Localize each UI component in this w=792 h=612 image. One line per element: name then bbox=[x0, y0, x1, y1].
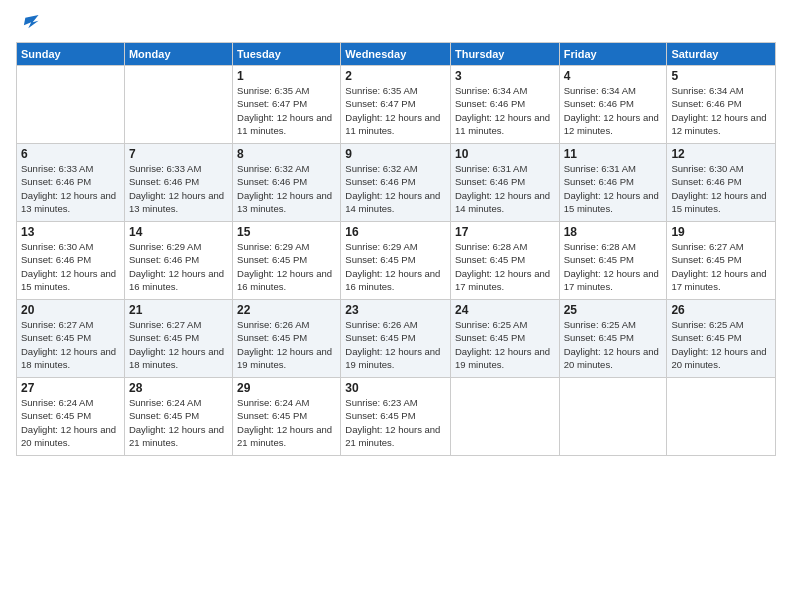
day-number: 29 bbox=[237, 381, 336, 395]
svg-marker-0 bbox=[24, 15, 39, 28]
day-number: 12 bbox=[671, 147, 771, 161]
day-number: 20 bbox=[21, 303, 120, 317]
calendar-cell: 9Sunrise: 6:32 AM Sunset: 6:46 PM Daylig… bbox=[341, 144, 451, 222]
calendar-cell: 17Sunrise: 6:28 AM Sunset: 6:45 PM Dayli… bbox=[450, 222, 559, 300]
day-number: 7 bbox=[129, 147, 228, 161]
day-info: Sunrise: 6:29 AM Sunset: 6:45 PM Dayligh… bbox=[237, 240, 336, 293]
day-number: 19 bbox=[671, 225, 771, 239]
day-info: Sunrise: 6:27 AM Sunset: 6:45 PM Dayligh… bbox=[129, 318, 228, 371]
day-info: Sunrise: 6:34 AM Sunset: 6:46 PM Dayligh… bbox=[455, 84, 555, 137]
day-number: 14 bbox=[129, 225, 228, 239]
calendar-cell: 10Sunrise: 6:31 AM Sunset: 6:46 PM Dayli… bbox=[450, 144, 559, 222]
week-row-4: 20Sunrise: 6:27 AM Sunset: 6:45 PM Dayli… bbox=[17, 300, 776, 378]
day-info: Sunrise: 6:33 AM Sunset: 6:46 PM Dayligh… bbox=[21, 162, 120, 215]
day-info: Sunrise: 6:30 AM Sunset: 6:46 PM Dayligh… bbox=[21, 240, 120, 293]
calendar-cell: 21Sunrise: 6:27 AM Sunset: 6:45 PM Dayli… bbox=[124, 300, 232, 378]
day-info: Sunrise: 6:32 AM Sunset: 6:46 PM Dayligh… bbox=[345, 162, 446, 215]
day-number: 25 bbox=[564, 303, 663, 317]
day-number: 13 bbox=[21, 225, 120, 239]
day-info: Sunrise: 6:24 AM Sunset: 6:45 PM Dayligh… bbox=[21, 396, 120, 449]
calendar-cell: 7Sunrise: 6:33 AM Sunset: 6:46 PM Daylig… bbox=[124, 144, 232, 222]
day-info: Sunrise: 6:31 AM Sunset: 6:46 PM Dayligh… bbox=[455, 162, 555, 215]
day-number: 30 bbox=[345, 381, 446, 395]
weekday-header-wednesday: Wednesday bbox=[341, 43, 451, 66]
calendar-cell bbox=[17, 66, 125, 144]
calendar-cell: 23Sunrise: 6:26 AM Sunset: 6:45 PM Dayli… bbox=[341, 300, 451, 378]
day-number: 15 bbox=[237, 225, 336, 239]
calendar-cell: 13Sunrise: 6:30 AM Sunset: 6:46 PM Dayli… bbox=[17, 222, 125, 300]
day-info: Sunrise: 6:34 AM Sunset: 6:46 PM Dayligh… bbox=[564, 84, 663, 137]
weekday-header-row: SundayMondayTuesdayWednesdayThursdayFrid… bbox=[17, 43, 776, 66]
calendar-cell: 27Sunrise: 6:24 AM Sunset: 6:45 PM Dayli… bbox=[17, 378, 125, 456]
calendar-cell: 8Sunrise: 6:32 AM Sunset: 6:46 PM Daylig… bbox=[233, 144, 341, 222]
calendar-cell: 16Sunrise: 6:29 AM Sunset: 6:45 PM Dayli… bbox=[341, 222, 451, 300]
day-info: Sunrise: 6:28 AM Sunset: 6:45 PM Dayligh… bbox=[455, 240, 555, 293]
weekday-header-thursday: Thursday bbox=[450, 43, 559, 66]
day-info: Sunrise: 6:25 AM Sunset: 6:45 PM Dayligh… bbox=[671, 318, 771, 371]
calendar-cell bbox=[667, 378, 776, 456]
day-info: Sunrise: 6:24 AM Sunset: 6:45 PM Dayligh… bbox=[129, 396, 228, 449]
calendar-cell bbox=[559, 378, 667, 456]
calendar: SundayMondayTuesdayWednesdayThursdayFrid… bbox=[16, 42, 776, 456]
calendar-cell: 26Sunrise: 6:25 AM Sunset: 6:45 PM Dayli… bbox=[667, 300, 776, 378]
day-number: 21 bbox=[129, 303, 228, 317]
week-row-2: 6Sunrise: 6:33 AM Sunset: 6:46 PM Daylig… bbox=[17, 144, 776, 222]
week-row-1: 1Sunrise: 6:35 AM Sunset: 6:47 PM Daylig… bbox=[17, 66, 776, 144]
day-info: Sunrise: 6:29 AM Sunset: 6:45 PM Dayligh… bbox=[345, 240, 446, 293]
calendar-cell: 4Sunrise: 6:34 AM Sunset: 6:46 PM Daylig… bbox=[559, 66, 667, 144]
weekday-header-saturday: Saturday bbox=[667, 43, 776, 66]
day-number: 27 bbox=[21, 381, 120, 395]
calendar-cell: 19Sunrise: 6:27 AM Sunset: 6:45 PM Dayli… bbox=[667, 222, 776, 300]
day-number: 18 bbox=[564, 225, 663, 239]
weekday-header-tuesday: Tuesday bbox=[233, 43, 341, 66]
calendar-cell: 2Sunrise: 6:35 AM Sunset: 6:47 PM Daylig… bbox=[341, 66, 451, 144]
day-info: Sunrise: 6:26 AM Sunset: 6:45 PM Dayligh… bbox=[345, 318, 446, 371]
calendar-cell: 25Sunrise: 6:25 AM Sunset: 6:45 PM Dayli… bbox=[559, 300, 667, 378]
day-number: 23 bbox=[345, 303, 446, 317]
calendar-cell: 3Sunrise: 6:34 AM Sunset: 6:46 PM Daylig… bbox=[450, 66, 559, 144]
day-info: Sunrise: 6:35 AM Sunset: 6:47 PM Dayligh… bbox=[237, 84, 336, 137]
day-info: Sunrise: 6:33 AM Sunset: 6:46 PM Dayligh… bbox=[129, 162, 228, 215]
day-number: 5 bbox=[671, 69, 771, 83]
week-row-3: 13Sunrise: 6:30 AM Sunset: 6:46 PM Dayli… bbox=[17, 222, 776, 300]
day-number: 11 bbox=[564, 147, 663, 161]
logo bbox=[16, 12, 40, 34]
calendar-cell: 18Sunrise: 6:28 AM Sunset: 6:45 PM Dayli… bbox=[559, 222, 667, 300]
day-info: Sunrise: 6:30 AM Sunset: 6:46 PM Dayligh… bbox=[671, 162, 771, 215]
day-number: 2 bbox=[345, 69, 446, 83]
day-info: Sunrise: 6:23 AM Sunset: 6:45 PM Dayligh… bbox=[345, 396, 446, 449]
page: SundayMondayTuesdayWednesdayThursdayFrid… bbox=[0, 0, 792, 612]
calendar-cell: 28Sunrise: 6:24 AM Sunset: 6:45 PM Dayli… bbox=[124, 378, 232, 456]
day-info: Sunrise: 6:25 AM Sunset: 6:45 PM Dayligh… bbox=[455, 318, 555, 371]
calendar-cell: 29Sunrise: 6:24 AM Sunset: 6:45 PM Dayli… bbox=[233, 378, 341, 456]
weekday-header-friday: Friday bbox=[559, 43, 667, 66]
calendar-cell: 22Sunrise: 6:26 AM Sunset: 6:45 PM Dayli… bbox=[233, 300, 341, 378]
day-number: 17 bbox=[455, 225, 555, 239]
day-info: Sunrise: 6:24 AM Sunset: 6:45 PM Dayligh… bbox=[237, 396, 336, 449]
day-number: 8 bbox=[237, 147, 336, 161]
day-info: Sunrise: 6:25 AM Sunset: 6:45 PM Dayligh… bbox=[564, 318, 663, 371]
day-info: Sunrise: 6:32 AM Sunset: 6:46 PM Dayligh… bbox=[237, 162, 336, 215]
calendar-cell: 30Sunrise: 6:23 AM Sunset: 6:45 PM Dayli… bbox=[341, 378, 451, 456]
day-info: Sunrise: 6:31 AM Sunset: 6:46 PM Dayligh… bbox=[564, 162, 663, 215]
day-number: 22 bbox=[237, 303, 336, 317]
day-number: 28 bbox=[129, 381, 228, 395]
calendar-cell: 24Sunrise: 6:25 AM Sunset: 6:45 PM Dayli… bbox=[450, 300, 559, 378]
day-info: Sunrise: 6:26 AM Sunset: 6:45 PM Dayligh… bbox=[237, 318, 336, 371]
day-number: 16 bbox=[345, 225, 446, 239]
day-info: Sunrise: 6:29 AM Sunset: 6:46 PM Dayligh… bbox=[129, 240, 228, 293]
day-number: 3 bbox=[455, 69, 555, 83]
calendar-cell: 1Sunrise: 6:35 AM Sunset: 6:47 PM Daylig… bbox=[233, 66, 341, 144]
calendar-cell: 12Sunrise: 6:30 AM Sunset: 6:46 PM Dayli… bbox=[667, 144, 776, 222]
calendar-cell: 5Sunrise: 6:34 AM Sunset: 6:46 PM Daylig… bbox=[667, 66, 776, 144]
day-info: Sunrise: 6:28 AM Sunset: 6:45 PM Dayligh… bbox=[564, 240, 663, 293]
calendar-cell: 14Sunrise: 6:29 AM Sunset: 6:46 PM Dayli… bbox=[124, 222, 232, 300]
header bbox=[16, 12, 776, 34]
weekday-header-sunday: Sunday bbox=[17, 43, 125, 66]
logo-bird-icon bbox=[18, 12, 40, 34]
day-info: Sunrise: 6:27 AM Sunset: 6:45 PM Dayligh… bbox=[671, 240, 771, 293]
day-number: 10 bbox=[455, 147, 555, 161]
day-number: 9 bbox=[345, 147, 446, 161]
calendar-cell: 6Sunrise: 6:33 AM Sunset: 6:46 PM Daylig… bbox=[17, 144, 125, 222]
day-number: 6 bbox=[21, 147, 120, 161]
